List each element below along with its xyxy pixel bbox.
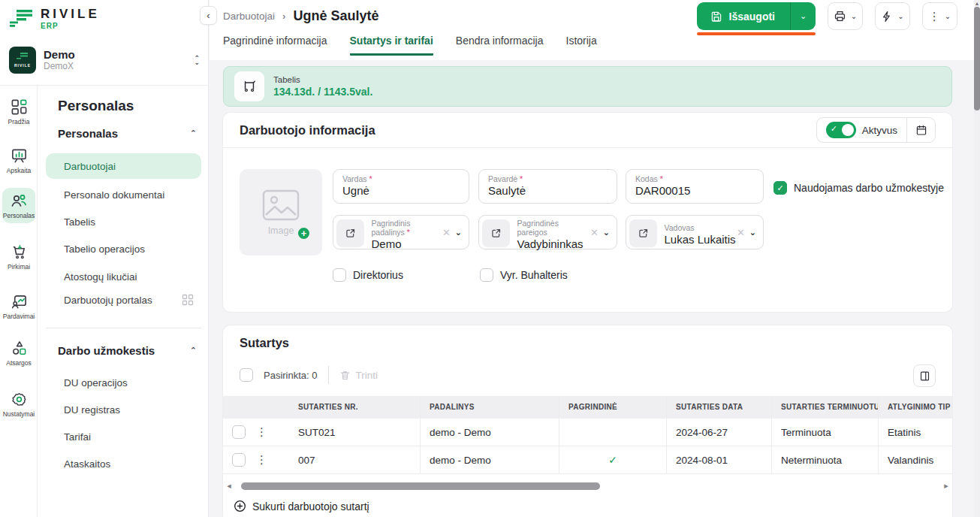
- sidebar-item-atostogu-likuciai[interactable]: Atostogų likučiai: [46, 264, 201, 289]
- scrollbar-thumb[interactable]: [974, 7, 980, 110]
- rail-item-pradzia[interactable]: Pradžia: [2, 95, 35, 129]
- col-padalinys[interactable]: PADALINYS: [421, 396, 559, 419]
- company-switch-icon[interactable]: ⌃⌄: [194, 56, 200, 65]
- chevron-down-icon[interactable]: ⌄: [749, 228, 756, 237]
- col-atlyginimo-tipas[interactable]: ATLYGINIMO TIP: [879, 396, 952, 419]
- breadcrumb: Darbuotojai › Ugnė Saulytė: [223, 8, 378, 24]
- rail-item-personalas[interactable]: Personalas: [2, 188, 35, 223]
- sidebar: RIVILE ERP RIVILE Demo DemoX ⌃⌄: [0, 0, 209, 517]
- columns-icon: [919, 370, 930, 382]
- check-icon: ✓: [608, 454, 617, 466]
- checkbox-unchecked: [480, 268, 493, 282]
- section-darbo-uzmokestis[interactable]: Darbo užmokestis ⌃: [58, 344, 197, 357]
- save-label: Išsaugoti: [729, 11, 775, 23]
- tab-istorija[interactable]: Istorija: [566, 35, 597, 56]
- col-pagrindine[interactable]: PAGRINDINĖ: [559, 396, 667, 419]
- company-selector[interactable]: RIVILE Demo DemoX ⌃⌄: [9, 47, 200, 74]
- banner-value: 134.13d. / 1143.5val.: [273, 86, 372, 98]
- sales-icon: [11, 293, 28, 310]
- sidebar-item-du-registras[interactable]: DU registras: [46, 397, 201, 422]
- select-all-checkbox[interactable]: [240, 368, 253, 382]
- tab-bendra-informacija[interactable]: Bendra informacija: [456, 35, 544, 56]
- open-record-button[interactable]: [629, 219, 657, 247]
- section-personalas[interactable]: Personalas ⌃: [58, 127, 197, 140]
- open-record-button[interactable]: [482, 219, 510, 247]
- pareigos-select[interactable]: Pagrindinės pareigos Vadybininkas ✕ ⌄: [478, 215, 617, 249]
- employee-photo-upload[interactable]: Image +: [240, 169, 322, 255]
- tab-pagrindine-informacija[interactable]: Pagrindinė informacija: [223, 35, 327, 56]
- vyr-buhalteris-checkbox[interactable]: Vyr. Buhalteris: [480, 268, 568, 282]
- chevron-up-icon: ⌃: [190, 346, 197, 355]
- col-sutarties-nr[interactable]: SUTARTIES NR.: [289, 396, 421, 419]
- delete-button[interactable]: Trinti: [339, 370, 378, 381]
- clear-icon[interactable]: ✕: [737, 227, 745, 238]
- breadcrumb-parent[interactable]: Darbuotojai: [223, 11, 275, 22]
- sidebar-item-ataskaitos[interactable]: Ataskaitos: [46, 451, 201, 476]
- check-icon: ✓: [831, 124, 837, 134]
- scroll-right-icon[interactable]: ▸: [942, 481, 951, 491]
- sidebar-item-du-operacijos[interactable]: DU operacijos: [46, 370, 201, 395]
- rail-item-atsargos[interactable]: Atsargos: [2, 336, 35, 370]
- rail-item-pardavimai[interactable]: Pardavimai: [2, 289, 35, 324]
- chevron-down-icon: ⌄: [800, 11, 807, 21]
- rail-item-nustatymai[interactable]: Nustatymai: [2, 387, 35, 422]
- pavarde-field[interactable]: Pavardė * Saulytė: [478, 169, 617, 204]
- row-checkbox[interactable]: [232, 453, 246, 467]
- print-button[interactable]: ⌄: [828, 2, 863, 30]
- sidebar-item-tabelio-operacijos[interactable]: Tabelio operacijos: [46, 236, 201, 262]
- rivile-logo-icon: [9, 9, 33, 29]
- required-asterisk: *: [407, 228, 410, 237]
- clear-icon[interactable]: ✕: [442, 227, 451, 238]
- sidebar-item-darbuotoju-portalas[interactable]: Darbuotojų portalas: [46, 287, 201, 313]
- row-menu-icon[interactable]: ⋮: [256, 453, 267, 467]
- scroll-up-icon[interactable]: ▲: [974, 0, 980, 7]
- sidebar-item-tarifai[interactable]: Tarifai: [46, 424, 201, 449]
- vadovas-select[interactable]: Vadovas Lukas Lukaitis ✕ ⌄: [626, 215, 764, 249]
- row-checkbox[interactable]: [232, 425, 246, 439]
- company-logo-text: RIVILE: [14, 63, 31, 68]
- chevron-down-icon[interactable]: ⌄: [603, 228, 610, 237]
- more-menu-button[interactable]: ⋮ ⌄: [922, 2, 957, 30]
- table-horizontal-scrollbar[interactable]: ◂ ▸: [225, 481, 951, 491]
- col-terminuotumas[interactable]: SUTARTIES TERMINUOTUMAS: [772, 396, 879, 419]
- padalinys-select[interactable]: Pagrindinis padalinys * Demo ✕ ⌄: [333, 215, 469, 249]
- vardas-field[interactable]: Vardas * Ugnė: [333, 169, 469, 204]
- active-toggle[interactable]: ✓: [826, 122, 856, 138]
- kodas-field[interactable]: Kodas * DAR00015: [626, 169, 764, 204]
- chevron-down-icon[interactable]: ⌄: [455, 228, 462, 237]
- row-menu-icon[interactable]: ⋮: [256, 425, 267, 439]
- naudojamas-checkbox[interactable]: ✓ Naudojamas darbo užmokestyje: [773, 181, 944, 195]
- clear-icon[interactable]: ✕: [590, 227, 599, 238]
- active-toggle-label: Aktyvus: [862, 125, 897, 136]
- table-row[interactable]: ⋮ SUT021 demo - Demo 2024-06-27 Terminuo…: [223, 419, 952, 446]
- sidebar-item-personalo-dokumentai[interactable]: Personalo dokumentai: [46, 182, 201, 207]
- rail-label: Personalas: [3, 212, 35, 219]
- column-settings-button[interactable]: [913, 364, 936, 387]
- open-record-button[interactable]: [336, 219, 364, 247]
- create-contract-button[interactable]: Sukurti darbuotojo sutartį: [234, 500, 369, 512]
- sidebar-item-tabelis[interactable]: Tabelis: [46, 209, 201, 234]
- tab-sutartys-ir-tarifai[interactable]: Sutartys ir tarifai: [350, 35, 433, 56]
- rail-item-pirkimai[interactable]: Pirkimai: [2, 240, 35, 274]
- save-dropdown-button[interactable]: ⌄: [790, 2, 816, 30]
- direktorius-checkbox[interactable]: Direktorius: [333, 268, 403, 282]
- actions-button[interactable]: ⌄: [875, 2, 910, 30]
- save-button[interactable]: Išsaugoti ⌄: [697, 2, 816, 30]
- page-vertical-scrollbar[interactable]: ▲: [974, 0, 980, 517]
- company-subtitle: DemoX: [44, 61, 75, 71]
- add-photo-icon[interactable]: +: [297, 226, 311, 240]
- col-sutarties-data[interactable]: SUTARTIES DATA: [667, 396, 772, 419]
- table-header-row: SUTARTIES NR. PADALINYS PAGRINDINĖ SUTAR…: [223, 396, 952, 419]
- cell-tipas: Valandinis: [879, 446, 952, 473]
- chevron-down-icon: ⌄: [851, 12, 857, 20]
- sidebar-item-darbuotojai[interactable]: Darbuotojai: [46, 153, 201, 179]
- history-calendar-button[interactable]: [906, 118, 935, 142]
- scrollbar-thumb[interactable]: [241, 482, 600, 490]
- tabelis-banner[interactable]: Tabelis 134.13d. / 1143.5val.: [223, 66, 952, 107]
- table-row[interactable]: ⋮ 007 demo - Demo ✓ 2024-08-01 Neterminu…: [223, 446, 952, 474]
- cart-icon: [11, 243, 28, 261]
- scroll-left-icon[interactable]: ◂: [225, 481, 234, 491]
- cell-tipas: Etatinis: [879, 419, 952, 446]
- sidebar-collapse-button[interactable]: ‹: [200, 6, 217, 25]
- rail-item-apskaita[interactable]: Apskaita: [2, 144, 35, 178]
